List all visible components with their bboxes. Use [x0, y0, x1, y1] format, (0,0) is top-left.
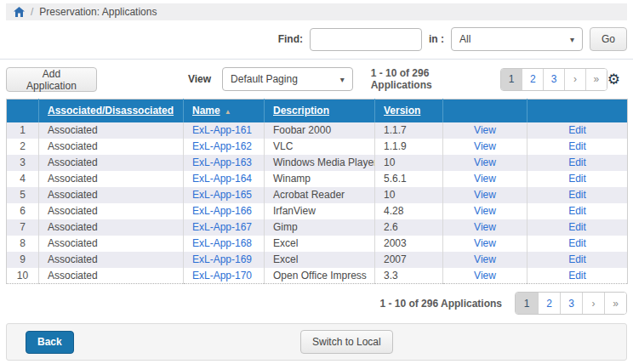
pagination-top: 123›» [500, 68, 607, 91]
edit-link[interactable]: Edit [568, 140, 586, 152]
sort-ascending-icon: ▲ [225, 108, 231, 116]
edit-link[interactable]: Edit [568, 221, 586, 233]
row-status: Associated [39, 139, 184, 155]
table-row: 5 Associated ExL-App-165 Acrobat Reader … [7, 187, 628, 203]
page-button[interactable]: 2 [538, 293, 560, 314]
page-button[interactable]: 2 [522, 69, 543, 90]
row-number: 5 [7, 187, 39, 203]
find-input[interactable] [310, 28, 422, 51]
home-icon[interactable] [14, 7, 25, 17]
in-select[interactable]: All ▾ [451, 27, 583, 51]
column-header-name[interactable]: Name▲ [184, 100, 265, 122]
view-link[interactable]: View [474, 156, 496, 168]
page-button[interactable]: 3 [543, 69, 564, 90]
row-version: 1.1.7 [375, 122, 443, 139]
edit-link[interactable]: Edit [568, 205, 586, 217]
page-button[interactable]: 3 [560, 293, 582, 314]
view-link[interactable]: View [474, 253, 496, 265]
row-version: 10 [375, 155, 443, 171]
edit-link[interactable]: Edit [568, 173, 586, 185]
table-row: 6 Associated ExL-App-166 IrfanView 4.28 … [7, 203, 628, 219]
pagination-bottom: 123›» [515, 292, 627, 315]
row-description: Acrobat Reader [265, 187, 375, 203]
breadcrumb: / Preservation: Applications [6, 3, 627, 20]
application-name-link[interactable]: ExL-App-166 [192, 205, 252, 217]
row-status: Associated [39, 268, 184, 284]
in-label: in : [429, 33, 444, 45]
applications-table: Associated/Disassociated Name▲ Descripti… [6, 99, 628, 284]
gear-icon[interactable]: ⚙ [607, 72, 620, 87]
view-label: View [188, 73, 211, 85]
view-link[interactable]: View [474, 140, 496, 152]
row-version: 2.6 [375, 219, 443, 236]
column-header-description[interactable]: Description [265, 100, 375, 122]
bottom-pagination-bar: 1 - 10 of 296 Applications 123›» [6, 292, 627, 315]
row-version: 2003 [375, 236, 443, 252]
table-row: 10 Associated ExL-App-170 Open Office Im… [7, 268, 628, 284]
switch-to-local-button[interactable]: Switch to Local [300, 330, 393, 354]
application-name-link[interactable]: ExL-App-169 [192, 253, 252, 265]
row-status: Associated [39, 252, 184, 268]
row-description: Foobar 2000 [265, 122, 375, 139]
application-name-link[interactable]: ExL-App-164 [192, 173, 252, 185]
row-description: IrfanView [265, 203, 375, 219]
application-name-link[interactable]: ExL-App-163 [192, 156, 252, 168]
edit-link[interactable]: Edit [568, 189, 586, 201]
application-name-link[interactable]: ExL-App-170 [192, 270, 252, 282]
toolbar: Add Application View Default Paging ▾ 1 … [6, 66, 627, 92]
view-link[interactable]: View [474, 205, 496, 217]
row-version: 10 [375, 187, 443, 203]
application-name-link[interactable]: ExL-App-162 [192, 140, 252, 152]
edit-link[interactable]: Edit [568, 270, 586, 282]
view-select-value: Default Paging [231, 73, 298, 85]
row-number: 4 [7, 171, 39, 187]
row-number: 7 [7, 219, 39, 236]
edit-link[interactable]: Edit [568, 156, 586, 168]
edit-link[interactable]: Edit [568, 124, 586, 136]
row-status: Associated [39, 203, 184, 219]
row-status: Associated [39, 219, 184, 236]
view-link[interactable]: View [474, 237, 496, 249]
row-status: Associated [39, 122, 184, 139]
page-button[interactable]: 1 [501, 69, 522, 90]
find-bar: Find: in : All ▾ Go [6, 27, 627, 51]
column-header-associated[interactable]: Associated/Disassociated [39, 100, 184, 122]
table-row: 4 Associated ExL-App-164 Winamp 5.6.1 Vi… [7, 171, 628, 187]
next-page-button[interactable]: › [564, 69, 585, 90]
application-name-link[interactable]: ExL-App-165 [192, 189, 252, 201]
application-name-link[interactable]: ExL-App-161 [192, 124, 252, 136]
view-link[interactable]: View [474, 173, 496, 185]
row-version: 5.6.1 [375, 171, 443, 187]
row-status: Associated [39, 171, 184, 187]
column-header-number [7, 100, 39, 122]
view-link[interactable]: View [474, 270, 496, 282]
column-header-edit [528, 100, 628, 122]
view-select[interactable]: Default Paging ▾ [222, 67, 353, 91]
add-application-button[interactable]: Add Application [6, 67, 97, 92]
next-page-button[interactable]: › [582, 293, 604, 314]
row-description: Excel [265, 236, 375, 252]
edit-link[interactable]: Edit [568, 253, 586, 265]
row-description: Windows Media Player [265, 155, 375, 171]
go-button[interactable]: Go [590, 27, 627, 51]
row-number: 3 [7, 155, 39, 171]
edit-link[interactable]: Edit [568, 237, 586, 249]
row-status: Associated [39, 236, 184, 252]
row-number: 6 [7, 203, 39, 219]
last-page-button[interactable]: » [604, 293, 626, 314]
row-number: 8 [7, 236, 39, 252]
last-page-button[interactable]: » [585, 69, 607, 90]
results-count: 1 - 10 of 296 Applications [371, 67, 488, 91]
row-description: Open Office Impress [265, 268, 375, 284]
view-link[interactable]: View [474, 221, 496, 233]
row-number: 9 [7, 252, 39, 268]
page-button[interactable]: 1 [516, 293, 538, 314]
view-link[interactable]: View [474, 124, 496, 136]
column-header-version[interactable]: Version [375, 100, 443, 122]
application-name-link[interactable]: ExL-App-167 [192, 221, 252, 233]
view-link[interactable]: View [474, 189, 496, 201]
application-name-link[interactable]: ExL-App-168 [192, 237, 252, 249]
back-button[interactable]: Back [26, 331, 74, 354]
footer-bar: Back Switch to Local [6, 323, 627, 361]
page-title: Preservation: Applications [39, 6, 157, 18]
